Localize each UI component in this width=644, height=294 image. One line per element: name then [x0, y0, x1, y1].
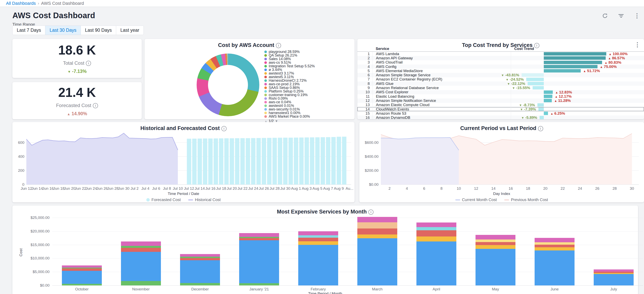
table-row[interactable]: 3AWS CloudTrail▲80.83%: [357, 60, 644, 65]
legend-item[interactable]: SAAS Setup 0.86%: [264, 86, 315, 90]
legend-item[interactable]: aws-ce-prod 2.19%: [264, 82, 315, 86]
bar-segment: [180, 258, 220, 260]
table-row[interactable]: 13Amazon Elastic Compute Cloud▼-8.73%: [357, 103, 644, 107]
legend-item[interactable]: Rishi 0.09%: [264, 97, 315, 100]
donut-legend: playground 28.59%QA Setup 26.21%Sales 14…: [264, 50, 315, 123]
row-rank: 3: [357, 60, 372, 65]
table-row[interactable]: 2Amazon API Gateway▲86.57%: [357, 56, 644, 60]
cost-by-aws-account-title: Cost by AWS Accounti: [144, 42, 354, 48]
current-vs-last-card: Current Period vs Last Periodi Day Index…: [359, 122, 644, 202]
hist-xaxis-title: Time Period / Date: [12, 192, 354, 196]
row-trend-cell: ▲12.83%: [511, 90, 644, 94]
stacked-bar-november: [121, 241, 161, 285]
table-row[interactable]: 1AWS Lambda▲100.00%: [357, 52, 644, 56]
x-tick-label: Jul 28: [270, 186, 280, 191]
legend-item[interactable]: awstest3 3.17%: [264, 72, 315, 75]
legend-item[interactable]: ø 3.44%: [264, 68, 315, 72]
legend-item[interactable]: Forecasted Cost: [146, 197, 181, 202]
row-service: AWS CloudTrail: [372, 60, 511, 65]
table-row[interactable]: 5AWS Elemental MediaStore▲51.72%: [357, 69, 644, 73]
bar-segment: [298, 235, 338, 238]
table-row[interactable]: 14CloudWatch Events▼-7.39%: [357, 107, 644, 111]
stacked-bar-march: [357, 217, 397, 285]
info-icon[interactable]: i: [276, 43, 281, 48]
trend-pct: ▼-8.73%: [519, 103, 535, 107]
info-icon[interactable]: i: [86, 61, 91, 66]
bar-segment: [416, 222, 456, 227]
col-service: Service: [372, 46, 511, 51]
bar-segment: [239, 240, 279, 283]
refresh-icon[interactable]: [602, 12, 608, 19]
table-row[interactable]: 16Amazon DynamoDB▼-5.89%: [357, 115, 644, 119]
stacked-bar-december: [180, 254, 220, 285]
table-row[interactable]: 9Amazon Relational Database Service▼-15.…: [357, 86, 644, 90]
trend-bar: [526, 78, 544, 81]
table-row[interactable]: 8AWS Glue▼-22.12%: [357, 82, 644, 86]
trend-pct: ▼-22.12%: [507, 82, 525, 86]
table-row[interactable]: 12Amazon Simple Notification Service▲11.…: [357, 99, 644, 103]
bar-segment: [534, 245, 574, 247]
legend-item[interactable]: customer-training 0.19%: [264, 93, 315, 97]
time-range-option-last-30-days[interactable]: Last 30 Days: [45, 26, 81, 35]
trend-arrow-icon: ▼: [521, 116, 524, 119]
breadcrumb-link-all-dashboards[interactable]: All Dashboards: [6, 1, 36, 6]
info-icon[interactable]: i: [222, 126, 226, 131]
trend-arrow-icon: ▲: [583, 69, 586, 73]
info-icon[interactable]: i: [368, 209, 374, 215]
legend-item[interactable]: AWS Market Place 0.00%: [264, 115, 315, 118]
legend-dot: [264, 90, 267, 93]
legend-item[interactable]: playground 28.59%: [264, 50, 315, 54]
table-row[interactable]: 7Amazon EC2 Container Registry (ECR)▼-24…: [357, 77, 644, 82]
legend-item[interactable]: aws-cs 9.51%: [264, 61, 315, 64]
table-row[interactable]: 15Amazon Route 53▲6.25%: [357, 111, 644, 115]
time-range-option-last-year[interactable]: Last year: [116, 26, 144, 35]
table-row[interactable]: 6Amazon Simple Storage Service▼-43.81%: [357, 73, 644, 77]
time-range-option-last-7-days[interactable]: Last 7 Days: [12, 26, 45, 35]
hist-legend: Forecasted CostHistorical Cost: [12, 197, 354, 202]
legend-item[interactable]: aws-ce 0.04%: [264, 100, 315, 104]
legend-item[interactable]: HarnessDroneCI 2.72%: [264, 79, 315, 82]
x-tick-label: Jun 18: [53, 186, 64, 191]
legend-item[interactable]: awstest5 3.11%: [264, 75, 315, 79]
x-tick-label: 20: [543, 186, 548, 191]
legend-item[interactable]: Platform Setup 0.25%: [264, 90, 315, 93]
x-tick-label: June: [550, 287, 558, 291]
legend-item[interactable]: Integration Test Setup 5.52%: [264, 64, 315, 68]
time-range-option-last-90-days[interactable]: Last 90 Days: [81, 26, 116, 35]
trend-bar: [544, 65, 598, 68]
row-trend-cell: ▲100.00%: [511, 52, 644, 56]
legend-item[interactable]: QA Setup 26.21%: [264, 54, 315, 57]
table-row[interactable]: 11Elastic Load Balancing▲12.17%: [357, 94, 644, 99]
legend-item[interactable]: Previous Month Cost: [504, 197, 548, 202]
y-tick-label: 600: [14, 140, 24, 145]
filter-icon[interactable]: [618, 12, 624, 19]
x-tick-label: 18: [526, 186, 530, 191]
row-trend-cell: ▼-5.89%: [511, 115, 644, 119]
row-service: CloudWatch Events: [372, 107, 511, 111]
page-more-menu-icon[interactable]: ⋮: [634, 12, 640, 19]
trend-bar: [544, 61, 602, 64]
legend-swatch: [504, 199, 509, 200]
y-tick-label: $5,000.00: [14, 270, 50, 274]
info-icon[interactable]: i: [93, 103, 98, 108]
table-row[interactable]: 4AWS Config▲75.00%: [357, 65, 644, 69]
row-rank: 9: [357, 86, 372, 90]
legend-item[interactable]: awstest4 0.01%: [264, 104, 315, 107]
bar-segment: [62, 271, 102, 284]
bar-segment: [534, 247, 574, 250]
legend-item[interactable]: Current Month Cost: [455, 197, 497, 202]
historical-forecasted-card: Historical and Forecasted Costi Time Per…: [12, 122, 354, 202]
x-tick-label: Jun 22: [75, 186, 86, 191]
breadcrumb: All Dashboards › AWS Cost Dashboard: [0, 0, 644, 7]
donut-hole: [208, 65, 248, 105]
legend-item[interactable]: Historical Cost: [188, 197, 220, 202]
legend-item[interactable]: harnesstest1 0.00%: [264, 111, 315, 115]
legend-item[interactable]: aws-security 0.01%: [264, 107, 315, 111]
legend-item[interactable]: Sales 14.08%: [264, 57, 315, 61]
legend-dot: [264, 87, 267, 89]
table-row[interactable]: 10AWS Cost Explorer▲12.83%: [357, 90, 644, 94]
trend-bar: [544, 56, 606, 60]
y-tick-label: 400: [14, 154, 24, 159]
info-icon[interactable]: i: [538, 126, 543, 131]
legend-dot: [264, 79, 267, 82]
